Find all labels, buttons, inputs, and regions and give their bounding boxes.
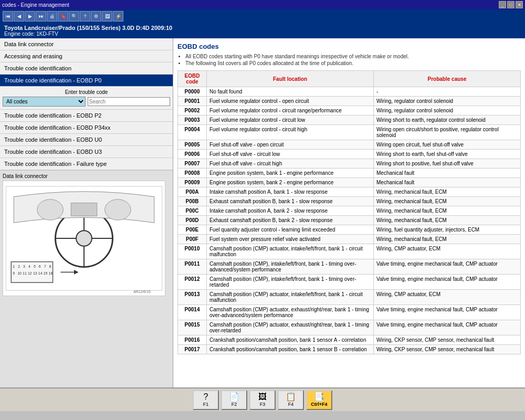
svg-text:5: 5 xyxy=(34,265,36,268)
minimize-icon[interactable]: _ xyxy=(499,1,506,8)
vehicle-line1: Toyota Landcruiser/Prado (150/155 Series… xyxy=(4,25,521,31)
fault-code: P0002 xyxy=(178,106,207,116)
eobd-note: All EOBD codes starting with P0 have sta… xyxy=(185,54,521,59)
svg-text:AR12/6/15: AR12/6/15 xyxy=(133,290,151,293)
bottom-toolbar: ? F1 📄 F2 🖼 F3 📋 F4 📑 Ctrl+F4 xyxy=(0,387,525,411)
f3-button[interactable]: 🖼 F3 xyxy=(249,390,276,410)
nav-item-accessing-erasing[interactable]: Accessing and erasing xyxy=(0,50,173,62)
probable-cause: Wiring short to earth, regulator control… xyxy=(374,116,521,125)
bookmark-icon[interactable]: 🔖 xyxy=(58,11,68,22)
svg-text:15: 15 xyxy=(44,271,48,275)
nav-item-trouble-id[interactable]: Trouble code identification xyxy=(0,62,173,75)
probable-cause: Valve timing, engine mechanical fault, C… xyxy=(374,259,521,275)
search-icon[interactable]: 🔍 xyxy=(69,11,79,22)
eobd-notes: All EOBD codes starting with P0 have sta… xyxy=(177,54,521,66)
svg-text:2: 2 xyxy=(18,265,20,268)
wiring-icon[interactable]: ⚡ xyxy=(113,11,123,22)
nav-last-icon[interactable]: ⏭ xyxy=(36,11,46,22)
f3-icon: 🖼 xyxy=(258,393,267,401)
probable-cause: Wiring, mechanical fault, ECM xyxy=(374,216,521,225)
svg-point-8 xyxy=(105,200,131,220)
probable-cause: Wiring short to earth, fuel shut-off val… xyxy=(374,150,521,159)
settings-icon[interactable]: ⚙ xyxy=(91,11,101,22)
right-panel[interactable]: EOBD codes All EOBD codes starting with … xyxy=(173,38,525,387)
fault-location: Camshaft position (CMP) actuator, exhaus… xyxy=(207,320,374,335)
svg-text:1: 1 xyxy=(13,265,15,268)
fault-code: P0003 xyxy=(178,116,207,125)
nav-item-eobd-p0[interactable]: Trouble code identification - EOBD P0 xyxy=(0,75,173,87)
probable-cause: Wiring, CKP sensor, CMP sensor, mechanic… xyxy=(374,335,521,345)
f1-button[interactable]: ? F1 xyxy=(193,390,219,410)
search-input[interactable] xyxy=(88,97,171,106)
table-row: P0010Camshaft position (CMP) actuator, i… xyxy=(178,244,521,259)
nav-items-container: Data link connectorAccessing and erasing… xyxy=(0,38,173,87)
table-row: P0005Fuel shut-off valve - open circuitW… xyxy=(178,140,521,150)
fault-location: Camshaft position (CMP), intake/left/fro… xyxy=(207,275,374,290)
maximize-icon[interactable]: □ xyxy=(507,1,514,8)
fault-location: Fuel volume regulator control - circuit … xyxy=(207,125,374,140)
probable-cause: Wiring open circuit/short to positive, r… xyxy=(374,125,521,140)
svg-text:6: 6 xyxy=(39,265,41,268)
nav-item-eobd-u3[interactable]: Trouble code identification - EOBD U3 xyxy=(0,146,173,158)
ctrl-f4-button[interactable]: 📑 Ctrl+F4 xyxy=(306,390,332,410)
nav-item-eobd-u0[interactable]: Trouble code identification - EOBD U0 xyxy=(0,134,173,146)
trouble-code-section: Enter trouble code All codes xyxy=(0,87,173,110)
ctrl-f4-label: Ctrl+F4 xyxy=(311,402,327,407)
table-row: P0011Camshaft position (CMP), intake/lef… xyxy=(178,259,521,275)
fault-location: Fuel shut-off valve - open circuit xyxy=(207,140,374,150)
probable-cause: Wiring, regulator control solenoid xyxy=(374,106,521,116)
fault-location: Fuel shut-off valve - circuit high xyxy=(207,159,374,169)
fault-code: P0010 xyxy=(178,244,207,259)
nav-item-eobd-p2[interactable]: Trouble code identification - EOBD P2 xyxy=(0,110,173,122)
fault-location: Exhaust camshaft position B, bank 2 - sl… xyxy=(207,216,374,225)
f4-label: F4 xyxy=(288,402,294,407)
title-bar-controls[interactable]: _ □ ✕ xyxy=(499,1,523,8)
probable-cause: Wiring, mechanical fault, ECM xyxy=(374,235,521,244)
image-icon[interactable]: 🖼 xyxy=(102,11,112,22)
f2-button[interactable]: 📄 F2 xyxy=(221,390,247,410)
probable-cause: Wiring, fuel quantity adjuster, injector… xyxy=(374,225,521,235)
probable-cause: Valve timing, engine mechanical fault, C… xyxy=(374,275,521,290)
nav-item-failure-type[interactable]: Trouble code identification - Failure ty… xyxy=(0,158,173,170)
trouble-code-row: All codes xyxy=(3,97,170,107)
f4-icon: 📋 xyxy=(286,393,296,401)
help-icon[interactable]: ? xyxy=(80,11,90,22)
svg-text:11: 11 xyxy=(23,271,27,275)
nav-first-icon[interactable]: ⏮ xyxy=(3,11,13,22)
fault-code: P0012 xyxy=(178,275,207,290)
fault-location: Fuel volume regulator control - circuit … xyxy=(207,116,374,125)
fault-location: Intake camshaft position A, bank 1 - slo… xyxy=(207,187,374,197)
nav-next-icon[interactable]: ▶ xyxy=(25,11,35,22)
probable-cause: Mechanical fault xyxy=(374,169,521,178)
nav-item-data-link[interactable]: Data link connector xyxy=(0,38,173,50)
probable-cause: Wiring short to positive, fuel shut-off … xyxy=(374,159,521,169)
print-icon[interactable]: 🖨 xyxy=(47,11,57,22)
fault-location: Fuel quantity adjuster control - learnin… xyxy=(207,225,374,235)
fault-location: Camshaft position (CMP) actuator, intake… xyxy=(207,244,374,259)
table-row: P00EFuel quantity adjuster control - lea… xyxy=(178,225,521,235)
table-row: P00AIntake camshaft position A, bank 1 -… xyxy=(178,187,521,197)
table-row: P0000No fault found- xyxy=(178,87,521,97)
title-bar-text: codes - Engine management xyxy=(2,2,69,8)
fault-table: EOBD code Fault location Probable cause … xyxy=(177,70,521,354)
nav-items-after: Trouble code identification - EOBD P2Tro… xyxy=(0,110,173,170)
eobd-note: The following list covers all P0 codes a… xyxy=(185,60,521,66)
ctrl-f4-icon: 📑 xyxy=(314,393,324,401)
nav-item-eobd-p34xx[interactable]: Trouble code identification - EOBD P34xx xyxy=(0,122,173,134)
fault-location: Camshaft position (CMP) actuator, intake… xyxy=(207,290,374,305)
nav-prev-icon[interactable]: ◀ xyxy=(14,11,24,22)
table-row: P00DExhaust camshaft position B, bank 2 … xyxy=(178,216,521,225)
f4-button[interactable]: 📋 F4 xyxy=(278,390,304,410)
eobd-notes-list: All EOBD codes starting with P0 have sta… xyxy=(177,54,521,66)
fault-location: No fault found xyxy=(207,87,374,97)
fault-code: P00C xyxy=(178,206,207,216)
f2-label: F2 xyxy=(232,402,237,407)
fault-code: P00D xyxy=(178,216,207,225)
fault-table-body: P0000No fault found-P0001Fuel volume reg… xyxy=(178,87,521,354)
fault-code: P0017 xyxy=(178,345,207,354)
svg-text:3: 3 xyxy=(23,265,25,268)
fault-code: P0005 xyxy=(178,140,207,150)
code-filter-select[interactable]: All codes xyxy=(3,97,86,107)
close-icon[interactable]: ✕ xyxy=(516,1,523,8)
fault-code: P0001 xyxy=(178,97,207,106)
